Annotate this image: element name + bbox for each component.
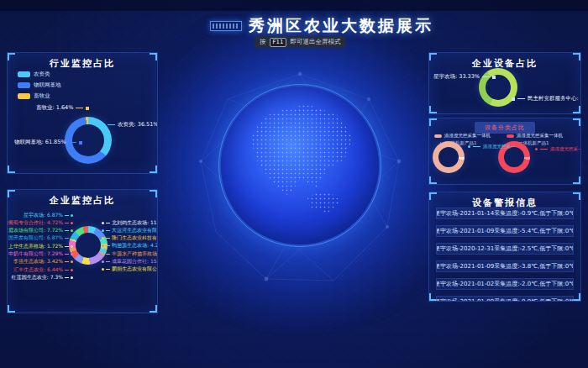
- legend-label: 温湿度光照采集一体机: [444, 133, 491, 139]
- panel-title: 设备警报信息: [429, 192, 580, 209]
- device-alarm-panel: 设备警报信息 星宇农场-2021-01-14采集温度:-0.9℃,低于下限:0℃…: [428, 192, 581, 302]
- donut-callout: 农资类: 36.51%: [102, 121, 158, 129]
- top-shade-band: [0, 0, 588, 11]
- enterprise-labels-right: 北刘鸽生态农场: 11.16% 大运河生态农业有限责任公 隆门生态农业科技有限公…: [102, 220, 158, 275]
- enterprise-label: 丰源水产种苗养殖场: 1.: [102, 251, 158, 256]
- device-donut-chart-1[interactable]: [433, 141, 465, 173]
- alarm-row: 星宇农场-2021-01-02采集温度:-2.0℃,低于下限:0℃: [436, 278, 574, 290]
- enterprise-label: 红莲园生态农业: 7.3%: [11, 275, 73, 280]
- legend-item[interactable]: 畜牧业: [18, 92, 61, 100]
- donut-callout: 物联网基地: 61.85%: [14, 139, 82, 146]
- globe-continents: [230, 96, 369, 234]
- enterprise-label: 上华生态养殖场: 1.72%: [11, 244, 73, 249]
- page-title: 秀洲区农业大数据展示: [249, 15, 433, 37]
- enterprise-label: 成章花园合作社: 15.02%: [102, 259, 158, 264]
- legend-item[interactable]: 物联网基地: [18, 81, 61, 89]
- globe-continents: [230, 96, 369, 234]
- industry-legend: 农资类 物联网基地 畜牧业: [18, 71, 61, 103]
- enterprise-label: 大运河生态农业有限责任公: [102, 228, 158, 233]
- alarm-list: 星宇农场-2021-01-14采集温度:-0.9℃,低于下限:0℃星宇农场-20…: [436, 208, 574, 302]
- legend-label: 温湿度光照采集一体机: [517, 133, 563, 139]
- alarm-row: 星宇农场-2021-01-09采集温度:-5.4℃,低于下限:0℃: [436, 225, 574, 237]
- alarm-row: 星宇农场-2021-01-09采集温度:-0.9℃,低于下限:0℃: [436, 296, 574, 302]
- donut-callout: 温湿度光照采—: [535, 146, 581, 152]
- legend-swatch: [18, 93, 30, 99]
- enterprise-label: 隆门生态农业科技有限公: [102, 236, 158, 241]
- header: 秀洲区农业大数据展示: [210, 15, 433, 37]
- enterprise-label: 鹏朔生态农业有限公司: 6.87%: [102, 267, 158, 272]
- legend-swatch: [434, 134, 442, 138]
- enterprise-ratio-panel: 企业监控占比 星宇农场: 6.87% 彩韵葡萄专业合作社: 4.72% 家庭农场…: [7, 189, 158, 313]
- panel-title: 企业设备占比: [429, 53, 580, 70]
- donut-callout: 星宇农场: 33.33%: [433, 73, 496, 81]
- legend-label: 畜牧业: [34, 92, 50, 100]
- enterprise-label: 中奶牛有限公司: 7.29%: [11, 251, 73, 256]
- device-classification-panel: 设备分类占比 温湿度光照采集一体机 一体机新产品1 温湿度光照采集一体机 一体机…: [428, 118, 581, 185]
- enterprise-label: 北刘鸽生态农场: 11.16%: [102, 220, 158, 225]
- enterprise-labels-left: 星宇农场: 6.87% 彩韵葡萄专业合作社: 4.72% 家庭农场有限公司: 7…: [11, 213, 73, 283]
- industry-ratio-panel: 行业监控占比 农资类 物联网基地 畜牧业 畜牧业: 1.64% 农: [7, 52, 158, 174]
- legend-label: 农资类: [34, 71, 50, 78]
- tip-prefix: 按: [260, 38, 266, 46]
- globe: [221, 87, 379, 244]
- legend-swatch: [507, 134, 514, 138]
- donut-callout: 畜牧业: 1.64%: [36, 104, 89, 112]
- panel-title: 设备分类占比: [475, 122, 535, 134]
- legend-swatch: [18, 71, 30, 77]
- enterprise-label: 鸭苗源生态农场: 4.29: [102, 244, 158, 249]
- legend-item[interactable]: 农资类: [18, 71, 61, 78]
- alarm-row: 星宇农场-2021-01-14采集温度:-0.9℃,低于下限:0℃: [436, 208, 574, 219]
- alarm-row: 星宇农场-2021-01-09采集温度:-3.8℃,低于下限:0℃: [436, 260, 574, 272]
- alarm-row: 星宇农场-2020-12-31采集温度:-2.5℃,低于下限:0℃: [436, 243, 574, 255]
- fullscreen-tip: 按 F11 即可退出全屏模式: [255, 36, 345, 48]
- panel-title: 企业监控占比: [8, 190, 157, 207]
- donut-callout: 温湿度光照采—: [468, 144, 516, 150]
- panel-title: 行业监控占比: [8, 53, 157, 70]
- enterprise-label: 星宇农场: 6.87%: [11, 213, 73, 218]
- legend-item[interactable]: 温湿度光照采集一体机: [434, 133, 507, 139]
- tip-suffix: 即可退出全屏模式: [290, 38, 340, 46]
- f11-key: F11: [270, 38, 287, 47]
- enterprise-label: 李强生态农场: 3.42%: [11, 260, 73, 265]
- brand-logo: [210, 21, 242, 31]
- dashboard-root: 秀洲区农业大数据展示 按 F11 即可退出全屏模式 行业监控占比 农资类 物联网…: [0, 0, 588, 368]
- legend-item[interactable]: 温湿度光照采集一体机: [507, 133, 579, 139]
- enterprise-label: 国开发有限公司: 6.87%: [11, 236, 73, 241]
- legend-swatch: [18, 82, 30, 88]
- legend-label: 物联网基地: [34, 81, 61, 89]
- donut-callout: 民主村党群服务中心:: [512, 95, 579, 103]
- enterprise-label: 汇丰生态农业: 6.44%: [11, 267, 73, 272]
- equipment-ratio-panel: 企业设备占比 星宇农场: 33.33% 民主村党群服务中心:: [428, 52, 581, 114]
- enterprise-label: 家庭农场有限公司: 7.72%: [11, 229, 73, 234]
- enterprise-label: 彩韵葡萄专业合作社: 4.72%: [11, 220, 73, 225]
